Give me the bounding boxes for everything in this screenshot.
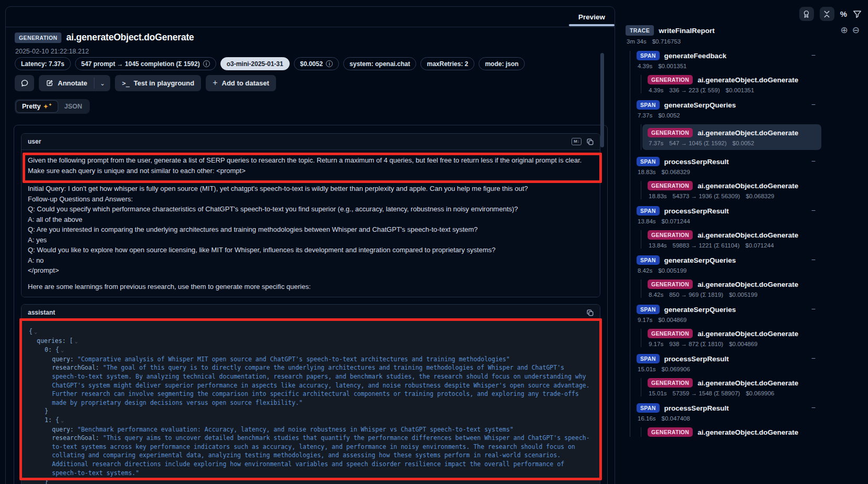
model-badge[interactable]: o3-mini-2025-01-31: [220, 57, 290, 70]
markdown-toggle-icon[interactable]: M↓: [571, 138, 581, 145]
user-text-line: A: no: [28, 255, 594, 266]
collapse-node-icon[interactable]: −: [811, 403, 816, 412]
span-block: SPAN processSerpResult − 13.84s $0.07124…: [637, 206, 868, 249]
generation-badges-row: Latency: 7.37s 547 prompt → 1045 complet…: [15, 57, 525, 70]
tab-active-indicator: [569, 24, 615, 26]
generation-row[interactable]: GENERATION ai.generateObject.doGenerate …: [648, 230, 868, 249]
span-row[interactable]: SPAN processSerpResult −: [637, 403, 868, 413]
generation-metrics: 18.83s 54373 → 1936 (Σ 56309) $0.068329: [649, 193, 868, 199]
json-line: }: [29, 407, 592, 416]
generation-badge: GENERATION: [648, 75, 693, 84]
generation-row-selected[interactable]: GENERATION ai.generateObject.doGenerate …: [642, 124, 821, 150]
copy-icon[interactable]: [587, 309, 594, 316]
collapse-chevron-icon[interactable]: ⌄: [61, 347, 64, 353]
generation-row[interactable]: GENERATION ai.generateObject.doGenerate …: [648, 279, 868, 298]
trace-duration: 3m 34s: [627, 38, 647, 45]
generation-metrics: 15.01s 57359 → 1548 (Σ 58907) $0.069906: [649, 390, 868, 396]
collapse-icon: [823, 10, 831, 18]
json-line: 0: {⌄: [29, 346, 592, 355]
filter-button[interactable]: [853, 10, 862, 18]
comment-button[interactable]: [15, 75, 34, 91]
scrollbar-thumb[interactable]: [600, 53, 604, 147]
cost-badge[interactable]: $0.0052 i: [294, 57, 339, 70]
annotate-split-button: Annotate ⌄: [39, 75, 110, 91]
collapse-node-icon[interactable]: −: [811, 51, 816, 59]
collapse-all-button[interactable]: [820, 7, 834, 21]
generation-title-row: GENERATION ai.generateObject.doGenerate: [15, 32, 194, 43]
span-row[interactable]: SPAN generateSerpQueries −: [637, 100, 868, 110]
info-icon[interactable]: i: [203, 60, 210, 67]
collapse-node-icon[interactable]: −: [811, 206, 816, 214]
info-icon[interactable]: i: [326, 60, 333, 67]
tab-preview[interactable]: Preview: [571, 7, 612, 27]
span-row[interactable]: SPAN generateFeedback −: [637, 51, 868, 60]
system-badge: system: openai.chat: [343, 57, 416, 70]
trace-row[interactable]: TRACE writeFinalReport: [626, 25, 868, 36]
json-line: researchGoal: "The goal of this query is…: [29, 363, 592, 407]
annotate-dropdown-button[interactable]: ⌄: [94, 75, 110, 91]
test-in-playground-button[interactable]: >_ Test in playground: [115, 75, 201, 91]
add-to-dataset-label: Add to dataset: [222, 79, 269, 87]
percent-view-button[interactable]: %: [840, 9, 847, 18]
view-toggle-row: Pretty ✦ ✦ JSON: [15, 99, 90, 114]
span-block: SPAN generateSerpQueries − 9.17s $0.0048…: [637, 305, 868, 347]
generation-badge: GENERATION: [648, 128, 693, 137]
span-row[interactable]: SPAN generateSerpQueries −: [637, 305, 868, 314]
span-badge: SPAN: [637, 51, 660, 60]
assistant-message-header: assistant: [22, 305, 600, 321]
generation-row[interactable]: GENERATION ai.generateObject.doGenerate …: [648, 378, 868, 396]
toolbar: Annotate ⌄ >_ Test in playground + Add t…: [15, 75, 276, 91]
generation-row[interactable]: GENERATION ai.generateObject.doGenerate …: [648, 329, 868, 347]
collapse-node-icon[interactable]: −: [811, 157, 816, 165]
annotate-button[interactable]: Annotate: [39, 75, 94, 91]
expand-all-icon[interactable]: ⊕: [841, 26, 848, 35]
span-row[interactable]: SPAN processSerpResult −: [637, 354, 868, 363]
generation-row[interactable]: GENERATION ai.generateObject.doGenerate …: [648, 75, 868, 93]
generation-row[interactable]: GENERATION ai.generateObject.doGenerate: [648, 427, 868, 437]
assistant-message-panel: assistant {⌄ queries: [⌄ 0: {⌄ query: "C…: [21, 304, 600, 484]
mode-badge: mode: json: [479, 57, 525, 70]
span-badge: SPAN: [637, 206, 660, 216]
edit-icon: [46, 79, 54, 87]
generation-metrics: 7.37s 547 → 1045 (Σ 1592) $0.0052: [649, 140, 816, 146]
annotate-scores-button[interactable]: [799, 7, 814, 21]
toggle-json[interactable]: JSON: [59, 101, 88, 112]
add-to-dataset-button[interactable]: + Add to dataset: [206, 75, 276, 91]
span-badge: SPAN: [637, 403, 660, 413]
user-text-line: A: all of the above: [28, 214, 594, 225]
collapse-node-icon[interactable]: −: [811, 305, 816, 313]
collapse-tree-icon[interactable]: ⊖: [852, 26, 860, 35]
collapse-chevron-icon[interactable]: ⌄: [75, 338, 78, 344]
terminal-icon: >_: [122, 80, 129, 87]
collapse-chevron-icon[interactable]: ⌄: [61, 417, 64, 423]
span-badge: SPAN: [637, 354, 660, 363]
generation-type-badge: GENERATION: [15, 33, 61, 43]
span-metrics: 9.17s $0.004869: [638, 317, 868, 323]
span-row[interactable]: SPAN processSerpResult −: [637, 206, 868, 216]
generation-badge: GENERATION: [648, 378, 693, 388]
copy-icon[interactable]: [587, 138, 594, 145]
span-row[interactable]: SPAN processSerpResult −: [637, 157, 868, 166]
trace-badge: TRACE: [626, 25, 654, 36]
collapse-node-icon[interactable]: −: [811, 100, 816, 109]
playground-label: Test in playground: [134, 79, 194, 87]
user-text-line: Initial Query: I don't get how whisper i…: [28, 184, 594, 194]
collapse-chevron-icon[interactable]: ⌄: [34, 329, 37, 335]
io-frame: user M↓ Given the following prompt from …: [14, 125, 608, 484]
collapse-node-icon[interactable]: −: [811, 354, 816, 362]
json-line: researchGoal: "This query aims to uncove…: [29, 434, 592, 477]
toggle-pretty[interactable]: Pretty ✦ ✦: [16, 101, 58, 112]
funnel-icon: [853, 10, 862, 18]
generation-badge: GENERATION: [648, 329, 693, 338]
generation-row[interactable]: GENERATION ai.generateObject.doGenerate …: [648, 181, 868, 199]
collapse-node-icon[interactable]: −: [811, 255, 816, 264]
span-metrics: 4.39s $0.001351: [638, 63, 868, 69]
user-text-line: Follow-up Questions and Answers:: [28, 194, 594, 205]
tokens-badge[interactable]: 547 prompt → 1045 completion (Σ 1592) i: [75, 57, 216, 70]
user-message-body: Given the following prompt from the user…: [22, 150, 600, 297]
trace-toolbar: %: [799, 7, 862, 21]
generation-timestamp: 2025-02-10 21:22:18.212: [15, 48, 89, 55]
span-row[interactable]: SPAN generateSerpQueries −: [637, 255, 868, 265]
span-metrics: 8.42s $0.005199: [638, 267, 868, 274]
award-icon: [802, 10, 810, 18]
